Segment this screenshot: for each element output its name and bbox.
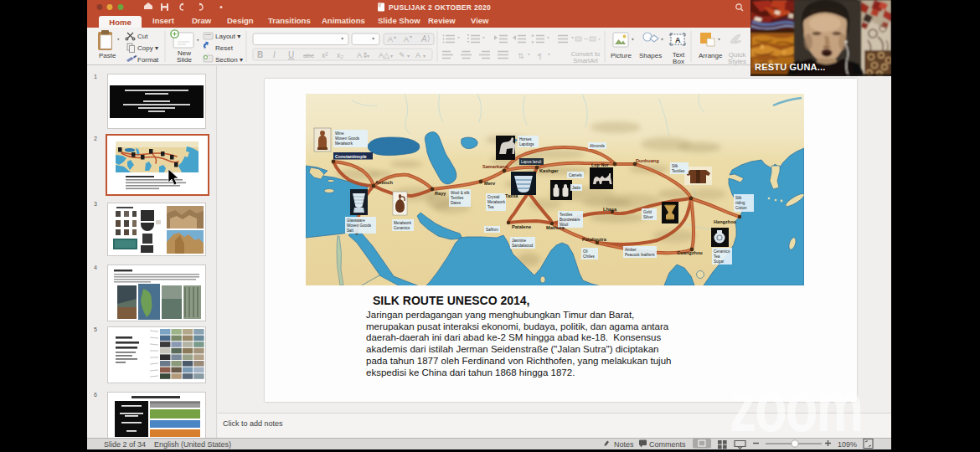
svg-text:B: B (257, 50, 263, 59)
svg-text:x₂: x₂ (337, 51, 344, 59)
svg-text:Metalwork: Metalwork (487, 200, 506, 204)
svg-text:Sugar: Sugar (714, 259, 725, 264)
svg-text:Wine: Wine (335, 131, 344, 136)
svg-text:I: I (273, 50, 276, 59)
svg-text:Ceramics: Ceramics (714, 249, 730, 254)
svg-text:abc: abc (303, 52, 314, 59)
svg-text:Lapdogs: Lapdogs (519, 142, 534, 146)
svg-text:Metalwork: Metalwork (335, 141, 353, 146)
svg-text:x²: x² (322, 51, 328, 59)
svg-text:A: A (675, 36, 681, 44)
svg-text:Sandalwood: Sandalwood (512, 244, 534, 248)
svg-text:▴: ▴ (394, 34, 396, 39)
svg-text:Tea: Tea (714, 254, 720, 259)
svg-text:Tea: Tea (487, 205, 494, 209)
svg-text:A: A (420, 34, 427, 44)
svg-text:Oil: Oil (583, 249, 588, 254)
svg-text:Kashgar: Kashgar (539, 168, 559, 173)
svg-text:Pataliputra: Pataliputra (582, 237, 607, 242)
svg-text:Patalene: Patalene (512, 224, 531, 229)
svg-text:A△: A△ (379, 51, 389, 59)
svg-text:Chilies: Chilies (583, 254, 595, 259)
svg-text:Gold: Gold (643, 210, 652, 214)
svg-text:▾: ▾ (423, 54, 426, 59)
svg-text:▾: ▾ (407, 54, 410, 59)
svg-text:Metalwork: Metalwork (394, 221, 412, 225)
svg-text:Samarkand: Samarkand (482, 164, 508, 169)
svg-text:Antioch: Antioch (375, 180, 393, 185)
svg-text:Silver: Silver (643, 215, 653, 219)
svg-text:Bronzeware: Bronzeware (560, 218, 580, 222)
svg-text:Lhasa: Lhasa (603, 207, 617, 212)
svg-text:Textiles: Textiles (451, 196, 464, 200)
svg-text:¶: ¶ (538, 52, 542, 60)
svg-text:Constantinople: Constantinople (335, 154, 367, 159)
svg-text:⇅: ⇅ (518, 52, 524, 60)
svg-text:▾: ▾ (367, 54, 369, 59)
svg-text:Textiles: Textiles (560, 213, 573, 217)
svg-text:A: A (415, 51, 420, 59)
svg-text:Rayy: Rayy (435, 191, 446, 196)
svg-text:Wool & silk: Wool & silk (451, 191, 470, 195)
svg-text:Salt: Salt (347, 229, 354, 233)
svg-text:Lapus lazuli: Lapus lazuli (521, 160, 541, 164)
svg-text:Glassware: Glassware (347, 218, 365, 223)
svg-text:✎: ✎ (399, 51, 405, 59)
svg-text:Dates: Dates (451, 201, 462, 205)
svg-text:▾: ▾ (390, 54, 393, 59)
svg-text:Silk: Silk (672, 164, 678, 168)
svg-text:Silk: Silk (735, 196, 742, 200)
svg-text:Peacock feathers: Peacock feathers (625, 253, 655, 257)
svg-text:Mathura: Mathura (546, 225, 565, 230)
svg-text:▾: ▾ (410, 34, 412, 39)
svg-text:Dunhuang: Dunhuang (636, 158, 659, 163)
svg-text:Camels: Camels (569, 173, 582, 177)
svg-text:A: A (404, 35, 409, 44)
svg-text:Cotton: Cotton (735, 206, 747, 210)
svg-text:Textiles: Textiles (672, 169, 685, 173)
svg-text:Ceramics: Ceramics (394, 226, 410, 230)
svg-text:Guangzhou: Guangzhou (677, 250, 703, 255)
svg-text:riding: riding (735, 201, 745, 205)
svg-text:Crystal: Crystal (487, 195, 499, 199)
svg-text:PUSLIJAK 2 OKTOBER 2020: PUSLIJAK 2 OKTOBER 2020 (389, 3, 491, 12)
svg-text:Horses: Horses (519, 137, 532, 141)
svg-text:Saffron: Saffron (486, 228, 498, 232)
svg-text:Taxila: Taxila (505, 193, 518, 198)
svg-text:Amber: Amber (625, 248, 637, 252)
svg-text:Hangzhou: Hangzhou (714, 219, 737, 224)
svg-text:Almonds: Almonds (590, 144, 606, 148)
svg-text:Merv: Merv (484, 181, 496, 186)
svg-text:Woven Goods: Woven Goods (347, 223, 372, 228)
svg-text:Lop Nor: Lop Nor (591, 162, 610, 167)
svg-text:Jasmine: Jasmine (512, 239, 527, 243)
svg-text:A: A (388, 35, 393, 44)
svg-text:U: U (288, 50, 294, 59)
svg-text:Jade: Jade (572, 186, 580, 190)
svg-text:Woven Goods: Woven Goods (335, 136, 360, 141)
